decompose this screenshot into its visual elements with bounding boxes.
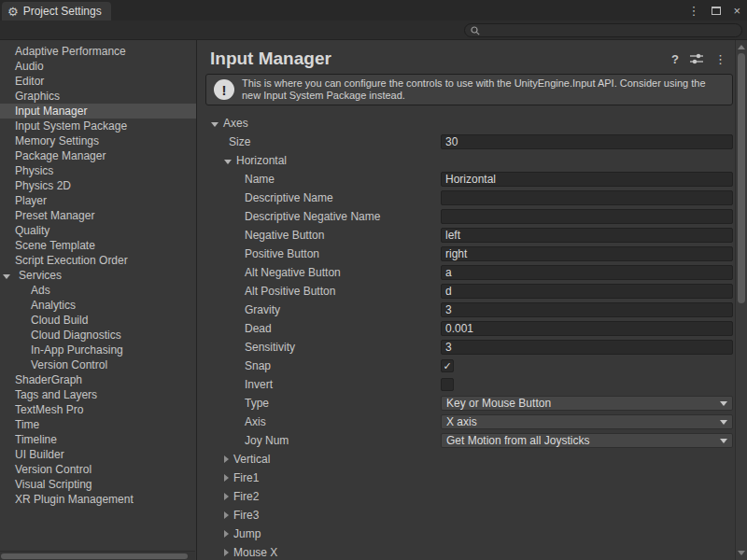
property-value: Get Motion from all Joysticks — [441, 433, 735, 448]
foldout-mouse-x[interactable]: Mouse X — [210, 546, 441, 559]
close-button[interactable]: × — [733, 4, 740, 18]
arrow-up-icon — [738, 45, 745, 49]
help-icon[interactable]: ? — [671, 52, 679, 66]
property-row-snap: Snap ✓ — [210, 357, 735, 375]
sidebar-item-package-manager[interactable]: Package Manager — [0, 148, 196, 163]
sidebar-item-editor[interactable]: Editor — [0, 74, 196, 89]
sidebar-item-version-control[interactable]: Version Control — [0, 462, 196, 477]
presets-icon[interactable] — [690, 53, 703, 64]
sidebar-item-ui-builder[interactable]: UI Builder — [0, 447, 196, 462]
negative-button-field[interactable] — [441, 228, 733, 243]
more-icon[interactable]: ⋮ — [714, 52, 726, 66]
sidebar-item-input-manager[interactable]: Input Manager — [0, 104, 196, 119]
snap-checkbox[interactable]: ✓ — [441, 359, 454, 372]
sidebar-item-player[interactable]: Player — [0, 193, 196, 208]
sidebar-item-timeline[interactable]: Timeline — [0, 432, 196, 447]
descriptive-negative-name-field[interactable] — [441, 209, 733, 224]
sidebar-item-xr-plugin-management[interactable]: XR Plugin Management — [0, 492, 196, 507]
sidebar-item-graphics[interactable]: Graphics — [0, 89, 196, 104]
type-dropdown[interactable]: Key or Mouse Button — [441, 396, 733, 411]
sidebar-item-textmesh-pro[interactable]: TextMesh Pro — [0, 402, 196, 417]
foldout-open-icon — [3, 274, 10, 279]
sidebar-item-scene-template[interactable]: Scene Template — [0, 238, 196, 253]
foldout-closed-icon — [224, 530, 229, 538]
tree-row-fire3: Fire3 — [210, 506, 735, 525]
property-row-positive-button: Positive Button — [210, 245, 735, 263]
property-value — [441, 265, 735, 280]
maximize-button[interactable] — [712, 7, 721, 15]
dropdown-value: Get Motion from all Joysticks — [446, 434, 589, 447]
window-menu-icon[interactable]: ⋮ — [687, 4, 699, 18]
foldout-label: Fire3 — [233, 509, 259, 522]
sidebar-item-preset-manager[interactable]: Preset Manager — [0, 208, 196, 223]
property-row-axis: Axis X axis — [210, 413, 735, 431]
foldout-vertical[interactable]: Vertical — [210, 453, 441, 466]
scrollbar-thumb[interactable] — [738, 53, 745, 303]
foldout-fire1[interactable]: Fire1 — [210, 471, 441, 484]
positive-button-field[interactable] — [441, 246, 733, 261]
tree-row-fire1: Fire1 — [210, 469, 735, 487]
property-label: Negative Button — [210, 229, 441, 242]
sidebar-item-services[interactable]: Services — [0, 268, 196, 283]
property-value: X axis — [441, 414, 735, 429]
sidebar-item-physics[interactable]: Physics — [0, 163, 196, 178]
sidebar-item-memory-settings[interactable]: Memory Settings — [0, 133, 196, 148]
sidebar-item-input-system-package[interactable]: Input System Package — [0, 119, 196, 133]
dropdown-arrow-icon — [720, 401, 727, 406]
property-value — [441, 209, 735, 224]
property-label: Gravity — [210, 303, 441, 316]
alt-negative-button-field[interactable] — [441, 265, 733, 280]
sidebar-item-adaptive-performance[interactable]: Adaptive Performance — [0, 44, 196, 59]
search-input[interactable] — [485, 25, 736, 36]
foldout-horizontal[interactable]: Horizontal — [210, 154, 441, 167]
sidebar-hscrollbar-thumb[interactable] — [1, 553, 188, 559]
search-icon — [471, 26, 480, 35]
foldout-closed-icon — [224, 474, 229, 482]
sidebar-item-cloud-diagnostics[interactable]: Cloud Diagnostics — [0, 328, 196, 343]
sidebar-item-shadergraph[interactable]: ShaderGraph — [0, 372, 196, 387]
property-row-name: Name — [210, 170, 735, 189]
main-scrollbar[interactable] — [735, 40, 747, 560]
sidebar-item-physics-2d[interactable]: Physics 2D — [0, 178, 196, 193]
sidebar-item-time[interactable]: Time — [0, 417, 196, 432]
scrollbar-up-button[interactable] — [736, 41, 747, 53]
invert-checkbox[interactable] — [441, 378, 454, 391]
alt-positive-button-field[interactable] — [441, 284, 733, 299]
dropdown-value: Key or Mouse Button — [446, 397, 551, 410]
settings-category-sidebar: Adaptive Performance Audio Editor Graphi… — [0, 40, 197, 560]
property-row-size: Size — [210, 133, 735, 151]
property-row-alt-positive-button: Alt Positive Button — [210, 282, 735, 301]
scrollbar-down-button[interactable] — [736, 547, 747, 559]
property-value — [441, 340, 735, 355]
name-field[interactable] — [441, 172, 733, 187]
sidebar-hscrollbar[interactable] — [0, 551, 195, 560]
gravity-field[interactable] — [441, 302, 733, 317]
joy-num-dropdown[interactable]: Get Motion from all Joysticks — [441, 433, 733, 448]
sidebar-item-version-control-service[interactable]: Version Control — [0, 357, 196, 372]
foldout-fire2[interactable]: Fire2 — [210, 490, 441, 503]
sidebar-item-tags-and-layers[interactable]: Tags and Layers — [0, 387, 196, 402]
sidebar-item-cloud-build[interactable]: Cloud Build — [0, 313, 196, 328]
foldout-jump[interactable]: Jump — [210, 527, 441, 540]
tree-row-vertical: Vertical — [210, 450, 735, 469]
axes-tree: Axes Size Horizontal Name — [210, 114, 735, 560]
descriptive-name-field[interactable] — [441, 190, 733, 205]
sidebar-item-audio[interactable]: Audio — [0, 59, 196, 74]
sensitivity-field[interactable] — [441, 340, 733, 355]
sidebar-item-quality[interactable]: Quality — [0, 223, 196, 238]
dead-field[interactable] — [441, 321, 733, 336]
property-label: Invert — [210, 378, 441, 391]
sidebar-item-script-execution-order[interactable]: Script Execution Order — [0, 253, 196, 268]
size-field[interactable] — [441, 134, 733, 149]
foldout-axes[interactable]: Axes — [210, 117, 441, 130]
sidebar-item-in-app-purchasing[interactable]: In-App Purchasing — [0, 343, 196, 357]
axis-dropdown[interactable]: X axis — [441, 414, 733, 429]
search-box[interactable] — [464, 23, 742, 37]
foldout-fire3[interactable]: Fire3 — [210, 509, 441, 522]
sidebar-item-visual-scripting[interactable]: Visual Scripting — [0, 477, 196, 492]
sidebar-item-label: Services — [19, 268, 62, 283]
foldout-label: Vertical — [233, 453, 270, 466]
sidebar-item-ads[interactable]: Ads — [0, 283, 196, 298]
sidebar-item-analytics[interactable]: Analytics — [0, 298, 196, 313]
project-settings-tab[interactable]: ⚙ Project Settings — [2, 2, 111, 21]
